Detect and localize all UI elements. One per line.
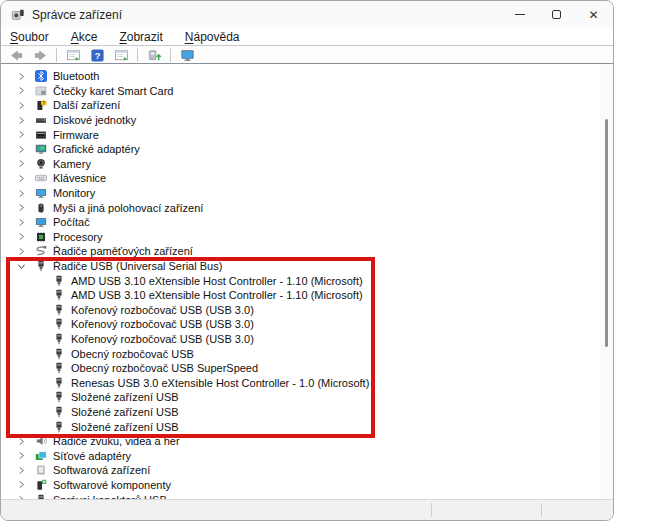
- tree-item-label: Bluetooth: [53, 70, 99, 82]
- tree-row[interactable]: AMD USB 3.10 eXtensible Host Controller …: [1, 288, 613, 303]
- statusbar-divider: [541, 503, 542, 517]
- tree-row[interactable]: Softwarová zařízení: [1, 463, 613, 478]
- svg-text:?: ?: [43, 101, 46, 106]
- tree-row[interactable]: Řadiče USB (Universal Serial Bus): [1, 259, 613, 274]
- chevron-right-icon[interactable]: [16, 217, 27, 228]
- tree-row[interactable]: Softwarové komponenty: [1, 478, 613, 493]
- tree-row[interactable]: Monitory: [1, 186, 613, 201]
- back-button[interactable]: [6, 47, 26, 64]
- scrollbar-thumb[interactable]: [605, 119, 608, 347]
- chevron-right-icon[interactable]: [16, 450, 27, 461]
- tree-row[interactable]: Počítač: [1, 215, 613, 230]
- chevron-right-icon[interactable]: [16, 173, 27, 184]
- other-devices-icon: ?: [35, 99, 47, 111]
- screen: Správce zařízení ✕ SouborAkceZobrazitNáp…: [0, 0, 650, 522]
- tree-row[interactable]: Grafické adaptéry: [1, 142, 613, 157]
- chevron-right-icon[interactable]: [16, 188, 27, 199]
- tree-item-label: Kořenový rozbočovač USB (USB 3.0): [71, 318, 254, 330]
- chevron-right-icon[interactable]: [16, 71, 27, 82]
- tree-row[interactable]: Řadiče paměťových zařízení: [1, 244, 613, 259]
- tree-row[interactable]: Obecný rozbočovač USB: [1, 346, 613, 361]
- tree-row[interactable]: Řadiče zvuku, videa a her: [1, 434, 613, 449]
- tree-row[interactable]: Čtečky karet Smart Card: [1, 84, 613, 99]
- chevron-right-icon[interactable]: [16, 231, 27, 242]
- scan-hardware-changes-button[interactable]: [144, 47, 164, 64]
- chevron-right-icon[interactable]: [16, 85, 27, 96]
- menubar: SouborAkceZobrazitNápověda: [1, 28, 613, 46]
- usb-device-icon: [53, 421, 65, 433]
- tree-row[interactable]: Renesas USB 3.0 eXtensible Host Controll…: [1, 375, 613, 390]
- tree-item-label: Řadiče zvuku, videa a her: [53, 435, 180, 447]
- toolbar-separator: [170, 48, 171, 62]
- tree-item-label: Procesory: [53, 231, 103, 243]
- chevron-right-icon[interactable]: [16, 158, 27, 169]
- tree-row[interactable]: Procesory: [1, 230, 613, 245]
- back-arrow-icon: [9, 48, 24, 63]
- tree-row[interactable]: Složené zařízení USB: [1, 419, 613, 434]
- chevron-right-icon[interactable]: [16, 246, 27, 257]
- tree-item-label: Firmware: [53, 129, 99, 141]
- close-button[interactable]: ✕: [575, 1, 612, 28]
- tree-row[interactable]: Kořenový rozbočovač USB (USB 3.0): [1, 303, 613, 318]
- titlebar: Správce zařízení ✕: [1, 1, 613, 28]
- minimize-button[interactable]: [501, 1, 538, 28]
- chevron-right-icon[interactable]: [16, 129, 27, 140]
- toolbar-separator: [137, 48, 138, 62]
- chevron-right-icon[interactable]: [16, 479, 27, 490]
- disk-drive-icon: [35, 114, 47, 126]
- tree-row[interactable]: Síťové adaptéry: [1, 448, 613, 463]
- tree-row[interactable]: AMD USB 3.10 eXtensible Host Controller …: [1, 273, 613, 288]
- tree-row[interactable]: Diskové jednotky: [1, 113, 613, 128]
- tree-row[interactable]: Klávesnice: [1, 171, 613, 186]
- scan-hardware-icon: [147, 48, 162, 63]
- chevron-right-icon[interactable]: [16, 465, 27, 476]
- tree-row[interactable]: Složené zařízení USB: [1, 390, 613, 405]
- show-console-tree-button[interactable]: [63, 47, 83, 64]
- mouse-icon: [35, 202, 47, 214]
- menu-item-akce[interactable]: Akce: [69, 30, 100, 44]
- forward-arrow-icon: [33, 48, 48, 63]
- forward-button[interactable]: [30, 47, 50, 64]
- usb-device-icon: [53, 348, 65, 360]
- window-controls: ✕: [501, 1, 612, 28]
- chevron-right-icon[interactable]: [16, 436, 27, 447]
- usb-device-icon: [53, 275, 65, 287]
- usb-controller-icon: [35, 260, 47, 272]
- properties-button[interactable]: [111, 47, 131, 64]
- menu-item-zobrazit[interactable]: Zobrazit: [117, 30, 164, 44]
- monitor-icon: [35, 187, 47, 199]
- tree-row[interactable]: Bluetooth: [1, 69, 613, 84]
- menu-item-napoveda[interactable]: Nápověda: [183, 30, 242, 44]
- tree-item-label: Grafické adaptéry: [53, 143, 140, 155]
- usb-device-icon: [53, 333, 65, 345]
- tree-item-label: Síťové adaptéry: [53, 450, 131, 462]
- tree-row[interactable]: Firmware: [1, 127, 613, 142]
- usb-device-icon: [53, 377, 65, 389]
- computer-icon: [35, 216, 47, 228]
- computer-monitor-icon: [180, 48, 195, 63]
- tree-row[interactable]: Myši a jiná polohovací zařízení: [1, 200, 613, 215]
- tree-row[interactable]: Kořenový rozbočovač USB (USB 3.0): [1, 317, 613, 332]
- update-driver-button[interactable]: [177, 47, 197, 64]
- tree-row[interactable]: Kamery: [1, 157, 613, 172]
- tree-row[interactable]: Kořenový rozbočovač USB (USB 3.0): [1, 332, 613, 347]
- chevron-right-icon[interactable]: [16, 144, 27, 155]
- usb-device-icon: [53, 304, 65, 316]
- tree-item-label: Obecný rozbočovač USB SuperSpeed: [71, 362, 258, 374]
- minimize-icon: [515, 14, 525, 15]
- chevron-right-icon[interactable]: [16, 100, 27, 111]
- vertical-scrollbar[interactable]: [599, 64, 613, 501]
- tree-item-label: AMD USB 3.10 eXtensible Host Controller …: [71, 289, 363, 301]
- tree-row[interactable]: Obecný rozbočovač USB SuperSpeed: [1, 361, 613, 376]
- help-button[interactable]: ?: [87, 47, 107, 64]
- chevron-right-icon[interactable]: [16, 115, 27, 126]
- tree-item-label: Monitory: [53, 187, 95, 199]
- tree-item-label: Kamery: [53, 158, 91, 170]
- chevron-right-icon[interactable]: [16, 202, 27, 213]
- maximize-button[interactable]: [538, 1, 575, 28]
- tree-row[interactable]: Složené zařízení USB: [1, 405, 613, 420]
- menu-item-soubor[interactable]: Soubor: [8, 30, 51, 44]
- tree-item-label: Softwarové komponenty: [53, 479, 171, 491]
- tree-row[interactable]: ?Další zařízení: [1, 98, 613, 113]
- chevron-down-icon[interactable]: [16, 261, 27, 272]
